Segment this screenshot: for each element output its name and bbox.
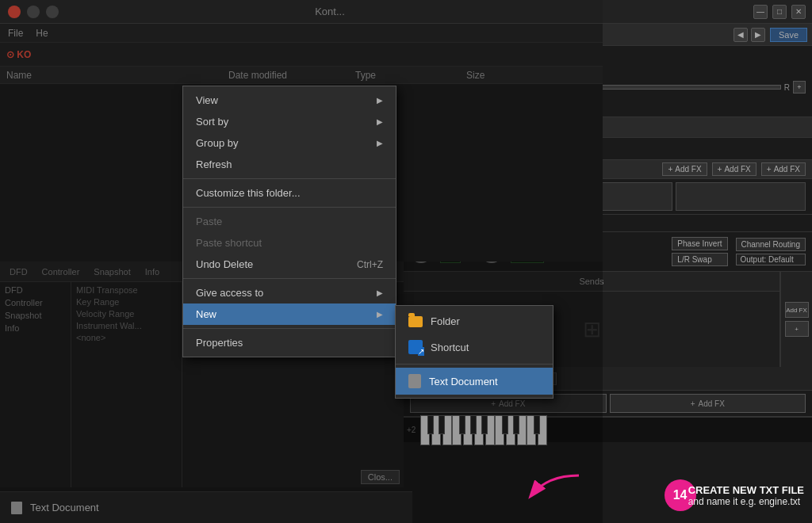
fx-slot-3[interactable] xyxy=(676,182,806,211)
ctx-sep1 xyxy=(183,178,396,179)
submenu-text-doc[interactable]: Text Document xyxy=(396,368,553,395)
ctx-sep2 xyxy=(183,207,396,208)
r-label: R xyxy=(784,83,790,92)
add-fx2-icon: + xyxy=(718,165,722,174)
output-dropdown[interactable]: Output: Default xyxy=(736,254,806,265)
context-menu: View ▶ Sort by ▶ Group by ▶ Refresh Cust… xyxy=(182,86,396,357)
save-button[interactable]: Save xyxy=(770,28,807,42)
sub-sep xyxy=(396,364,553,365)
ctx-group-by[interactable]: Group by ▶ xyxy=(183,132,396,154)
add-fx2-btn[interactable]: + Add FX xyxy=(712,162,756,176)
add-fx3-btn[interactable]: + Add FX xyxy=(761,162,806,176)
output-section: Channel Routing Output: Default xyxy=(736,238,806,265)
ctx-new-arrow: ▶ xyxy=(377,310,383,319)
annotation-badge: 14 CREATE NEW TXT FILE and name it e.g. … xyxy=(665,479,804,511)
ctx-paste: Paste xyxy=(183,211,396,232)
document-icon xyxy=(408,374,421,388)
channel-routing-btn[interactable]: Channel Routing xyxy=(736,238,806,251)
ctx-sort-by[interactable]: Sort by ▶ xyxy=(183,111,396,132)
folder-icon xyxy=(408,316,423,327)
ctx-sep4 xyxy=(183,328,396,329)
minimize-icon[interactable]: — xyxy=(753,5,768,19)
add-fx3-icon: + xyxy=(767,165,772,174)
ctx-new[interactable]: New ▶ xyxy=(183,303,396,325)
add-fx1-btn[interactable]: + Add FX xyxy=(662,162,707,176)
lr-plus-btn[interactable]: + xyxy=(793,81,806,94)
ctx-undo-delete[interactable]: Undo Delete Ctrl+Z xyxy=(183,254,396,275)
submenu-shortcut[interactable]: Shortcut xyxy=(396,334,553,361)
phase-invert-btn[interactable]: Phase Invert xyxy=(672,237,727,250)
nav-arrows: ◀ ▶ xyxy=(733,28,765,42)
badge-subtitle: and name it e.g. engine.txt xyxy=(688,496,804,507)
pink-arrow xyxy=(523,471,587,506)
lr-swap-btn[interactable]: L/R Swap xyxy=(672,253,727,266)
ctx-view[interactable]: View ▶ xyxy=(183,90,396,111)
new-submenu: Folder Shortcut Text Document xyxy=(395,305,553,399)
next-arrow[interactable]: ▶ xyxy=(751,28,765,42)
sends-btn-1[interactable]: Add FX xyxy=(785,302,809,318)
badge-content: CREATE NEW TXT FILE and name it e.g. eng… xyxy=(688,484,804,507)
sends-btn-2[interactable]: + xyxy=(785,321,809,337)
submenu-folder[interactable]: Folder xyxy=(396,309,553,334)
sends-right: Add FX + xyxy=(780,272,812,367)
ctx-sep3 xyxy=(183,278,396,279)
ctx-give-access[interactable]: Give access to ▶ xyxy=(183,282,396,303)
shortcut-icon xyxy=(408,340,423,354)
ctx-paste-shortcut: Paste shortcut xyxy=(183,232,396,254)
badge-title: CREATE NEW TXT FILE xyxy=(688,484,804,496)
ctx-give-access-arrow: ▶ xyxy=(377,288,383,297)
prev-arrow[interactable]: ◀ xyxy=(733,28,748,42)
maximize-icon[interactable]: □ xyxy=(772,5,787,19)
ctx-sort-arrow: ▶ xyxy=(377,117,383,126)
ctx-refresh[interactable]: Refresh xyxy=(183,154,396,175)
ctx-properties[interactable]: Properties xyxy=(183,332,396,353)
ctx-view-arrow: ▶ xyxy=(377,96,383,105)
add-fx-main-2[interactable]: +Add FX xyxy=(610,394,806,413)
add-fx1-icon: + xyxy=(668,165,672,174)
ctx-customize[interactable]: Customize this folder... xyxy=(183,182,396,204)
ctx-group-arrow: ▶ xyxy=(377,139,383,147)
routing-section: Phase Invert L/R Swap xyxy=(672,237,727,266)
close-icon[interactable]: ✕ xyxy=(791,5,806,19)
ctx-undo-shortcut: Ctrl+Z xyxy=(357,259,383,270)
